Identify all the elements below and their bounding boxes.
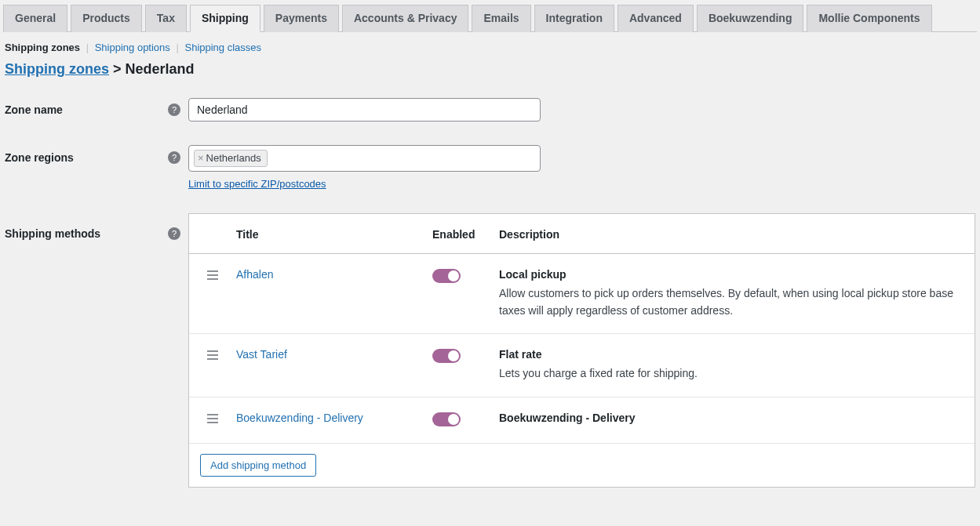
tab-tax[interactable]: Tax: [145, 5, 187, 32]
zone-name-label: Zone name: [5, 103, 63, 116]
subtab-shipping-classes[interactable]: Shipping classes: [184, 42, 261, 53]
table-header: Title Enabled Description: [189, 214, 975, 254]
drag-handle-icon[interactable]: [189, 268, 236, 280]
header-description: Description: [499, 228, 975, 241]
table-row: Afhalen Local pickup Allow customers to …: [189, 254, 975, 334]
drag-handle-icon[interactable]: [189, 348, 236, 360]
table-row: Boekuwzending - Delivery Boekuwzending -…: [189, 397, 975, 444]
subtab-sep: |: [173, 42, 181, 53]
method-title-link[interactable]: Afhalen: [236, 268, 273, 281]
header-enabled: Enabled: [432, 228, 499, 241]
breadcrumb: Shipping zones > Nederland: [3, 61, 977, 98]
subtab-shipping-options[interactable]: Shipping options: [95, 42, 170, 53]
form-row-zone-regions: Zone regions ? × Netherlands Limit to sp…: [3, 145, 977, 213]
table-footer: Add shipping method: [189, 444, 975, 487]
drag-handle-icon[interactable]: [189, 412, 236, 423]
enabled-toggle[interactable]: [432, 412, 461, 426]
zone-name-input[interactable]: [188, 98, 541, 122]
zone-regions-input[interactable]: × Netherlands: [188, 145, 541, 172]
method-desc-text: Lets you charge a fixed rate for shippin…: [499, 365, 965, 383]
tab-mollie-components[interactable]: Mollie Components: [807, 5, 931, 32]
form-row-zone-name: Zone name ?: [3, 98, 977, 145]
form-row-shipping-methods: Shipping methods ? Title Enabled Descrip…: [3, 213, 977, 495]
help-tip-icon[interactable]: ?: [168, 227, 180, 240]
subtab-shipping-zones[interactable]: Shipping zones: [5, 42, 80, 53]
enabled-toggle[interactable]: [432, 269, 461, 283]
tab-accounts-privacy[interactable]: Accounts & Privacy: [342, 5, 469, 32]
method-desc-text: Allow customers to pick up orders themse…: [499, 285, 965, 319]
table-row: Vast Tarief Flat rate Lets you charge a …: [189, 334, 975, 397]
breadcrumb-sep: >: [109, 61, 126, 77]
method-desc-title: Local pickup: [499, 268, 965, 281]
method-title-link[interactable]: Boekuwzending - Delivery: [236, 412, 363, 424]
zone-regions-label: Zone regions: [5, 151, 74, 164]
tab-integration[interactable]: Integration: [534, 5, 614, 32]
shipping-subtabs: Shipping zones | Shipping options | Ship…: [3, 32, 977, 61]
remove-region-icon[interactable]: ×: [198, 153, 204, 163]
tab-shipping[interactable]: Shipping: [190, 5, 260, 32]
breadcrumb-parent-link[interactable]: Shipping zones: [5, 61, 109, 77]
breadcrumb-current: Nederland: [126, 61, 195, 77]
tab-products[interactable]: Products: [71, 5, 142, 32]
enabled-toggle[interactable]: [432, 349, 461, 363]
tab-general[interactable]: General: [3, 5, 67, 32]
help-tip-icon[interactable]: ?: [168, 103, 180, 116]
tab-advanced[interactable]: Advanced: [618, 5, 694, 32]
tab-boekuwzending[interactable]: Boekuwzending: [697, 5, 804, 32]
shipping-methods-label: Shipping methods: [5, 227, 100, 240]
tab-emails[interactable]: Emails: [472, 5, 530, 32]
header-title: Title: [236, 228, 432, 241]
region-tag: × Netherlands: [194, 150, 268, 167]
method-desc-title: Boekuwzending - Delivery: [499, 412, 965, 424]
subtab-sep: |: [83, 42, 92, 53]
tab-payments[interactable]: Payments: [264, 5, 339, 32]
method-title-link[interactable]: Vast Tarief: [236, 348, 287, 361]
region-tag-label: Netherlands: [206, 152, 261, 164]
shipping-methods-table: Title Enabled Description Afhalen Local …: [188, 213, 975, 488]
settings-tabs: General Products Tax Shipping Payments A…: [3, 3, 977, 32]
help-tip-icon[interactable]: ?: [168, 151, 180, 164]
add-shipping-method-button[interactable]: Add shipping method: [200, 454, 316, 477]
method-desc-title: Flat rate: [499, 348, 965, 361]
limit-zip-link[interactable]: Limit to specific ZIP/postcodes: [188, 178, 541, 190]
